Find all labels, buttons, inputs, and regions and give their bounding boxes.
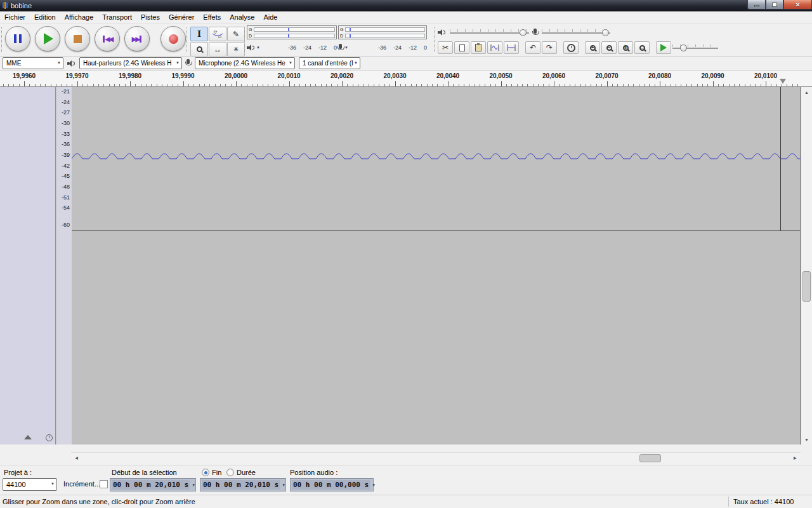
pencil-icon: ✎ [233,30,239,39]
waveform-area[interactable] [72,87,801,444]
skip-to-end-button[interactable]: ▶▶ [124,26,150,51]
scroll-right-arrow[interactable]: ► [790,453,801,464]
timeline-tick [236,81,237,86]
maximize-button[interactable] [766,0,783,10]
stop-button[interactable] [65,26,90,51]
minimize-button[interactable] [747,0,766,10]
play-icon [44,33,53,44]
zoom-out-button[interactable]: − [601,41,617,54]
record-button[interactable] [160,26,186,51]
copy-button[interactable] [454,41,469,54]
spin-arrow-icon[interactable]: ▼ [282,483,285,487]
end-radio[interactable] [202,469,209,476]
envelope-tool-button[interactable] [209,27,226,41]
length-radio[interactable] [226,469,234,476]
end-radio-label[interactable]: Fin [212,469,221,476]
menu-item-générer[interactable]: Générer [164,12,199,22]
timeshift-tool-button[interactable]: ↔ [209,42,226,57]
timeline-tick [501,81,502,86]
horizontal-scroll-thumb[interactable] [639,454,661,462]
selection-end-value[interactable]: 00 h 00 m 20,010 s [202,480,280,490]
project-rate-select[interactable]: 44100 [3,478,57,491]
scroll-left-arrow[interactable]: ◄ [71,453,82,464]
input-channels-select[interactable]: 1 canal d'entrée (I [299,57,360,69]
toolbar-grip[interactable] [434,27,436,52]
silence-button[interactable] [504,41,519,54]
spin-arrow-icon[interactable]: ▼ [372,483,376,487]
input-volume-slider[interactable] [542,28,610,37]
collapse-triangle-icon[interactable] [24,435,32,439]
zoom-tool-button[interactable] [190,42,208,57]
track-control-panel[interactable] [0,87,56,444]
menu-item-aide[interactable]: Aide [259,12,282,22]
dropdown-arrow-icon[interactable]: ▼ [256,46,260,50]
selection-tool-button[interactable]: I [190,27,208,41]
scroll-up-arrow[interactable]: ▲ [801,87,812,97]
timeline-tick [109,84,110,86]
close-button[interactable]: × [783,0,812,10]
vertical-scroll-thumb[interactable] [802,271,811,302]
output-volume-slider[interactable] [450,28,529,37]
toolbar-grip[interactable] [1,27,3,52]
input-device-select[interactable]: Microphone (2.4G Wireless He [195,57,295,69]
sync-lock-button[interactable] [563,41,579,54]
timeline-tick [639,84,639,86]
menu-item-effets[interactable]: Effets [199,12,225,22]
selection-end-field[interactable]: 00 h 00 m 20,010 s ▼ [200,478,286,491]
cut-button[interactable]: ✂ [438,41,453,54]
zoom-in-button[interactable]: + [585,41,600,54]
play-button[interactable] [35,26,60,51]
menu-item-fichier[interactable]: Fichier [0,12,30,22]
fit-project-button[interactable]: □ [634,41,650,54]
horizontal-scrollbar[interactable]: ◄ ► [71,452,801,463]
play-at-speed-button[interactable] [656,41,671,54]
undo-button[interactable]: ↶ [525,41,540,54]
timeline-tick [596,84,597,86]
pause-button[interactable] [5,26,30,51]
redo-button[interactable]: ↷ [542,41,557,54]
vertical-db-ruler[interactable]: -21-24-27-30-33-36-39-42-45-48-51-54-60 [56,87,72,444]
undo-icon: ↶ [530,43,536,52]
vertical-scrollbar[interactable]: ▲ ▼ [801,87,812,444]
snap-to-checkbox[interactable] [100,480,108,488]
toolbar-grip[interactable] [244,27,246,52]
input-volume-thumb[interactable] [602,29,609,36]
menu-item-edition[interactable]: Edition [30,12,60,22]
audio-host-select[interactable]: MME [3,57,63,69]
fit-selection-button[interactable]: ‖ [618,41,633,54]
length-radio-label[interactable]: Durée [237,469,256,476]
timeline-ruler[interactable]: 19,996019,997019,998019,999020,000020,00… [0,70,812,87]
timeline-tick [776,84,777,86]
timeline-tick [686,84,687,86]
playback-speed-slider[interactable] [672,43,718,52]
toolbar-grip[interactable] [187,27,188,52]
playback-speed-thumb[interactable] [680,44,687,51]
track-bottom-border[interactable] [72,231,800,231]
trim-button[interactable] [487,41,502,54]
titlebar: bobine × [0,0,812,11]
paste-button[interactable] [471,41,486,54]
timeline-tick [586,84,586,86]
selection-start-value[interactable]: 00 h 00 m 20,010 s [112,480,190,490]
menu-item-affichage[interactable]: Affichage [60,12,98,22]
panel-clock-icon[interactable] [46,434,53,441]
timeline-tick [162,84,162,86]
dropdown-arrow-icon[interactable]: ▼ [344,46,348,50]
selection-start-field[interactable]: 00 h 00 m 20,010 s ▼ [110,478,196,491]
playback-meter[interactable]: G D [247,25,337,39]
output-device-select[interactable]: Haut-parleurs (2.4G Wireless H [79,57,182,69]
output-volume-thumb[interactable] [520,29,527,36]
draw-tool-button[interactable]: ✎ [227,27,245,41]
multi-tool-button[interactable]: ✳ [227,42,245,57]
menu-item-pistes[interactable]: Pistes [136,12,164,22]
timeline-label: 20,0020 [331,72,353,79]
menu-item-analyse[interactable]: Analyse [225,12,259,22]
track-area: -21-24-27-30-33-36-39-42-45-48-51-54-60 … [0,87,812,444]
menu-item-transport[interactable]: Transport [98,12,136,22]
scroll-down-arrow[interactable]: ▼ [801,434,812,444]
audio-position-field[interactable]: 00 h 00 m 00,000 s ▼ [290,478,374,491]
recording-meter[interactable]: G D [338,25,427,39]
skip-to-start-button[interactable]: ◀◀ [95,26,120,51]
spin-arrow-icon[interactable]: ▼ [192,483,195,487]
audio-position-value[interactable]: 00 h 00 m 00,000 s [292,480,370,490]
